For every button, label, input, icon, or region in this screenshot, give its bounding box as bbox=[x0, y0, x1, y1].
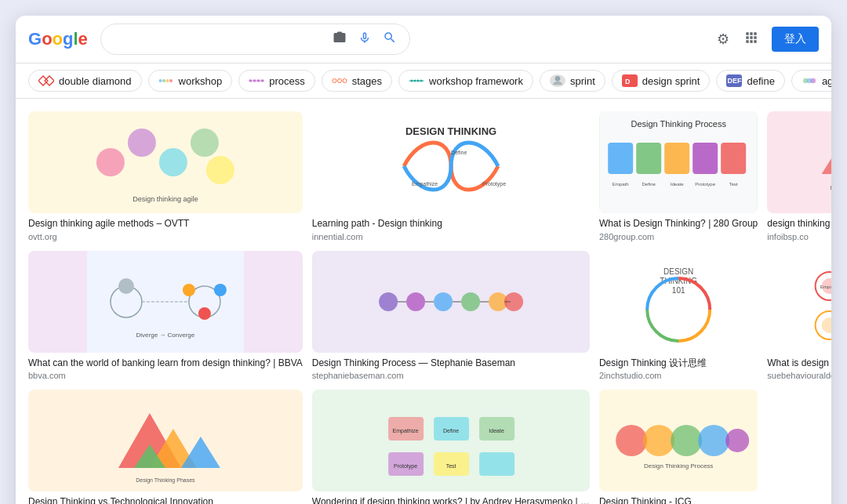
filter-chip-define[interactable]: DEF define bbox=[716, 70, 784, 92]
image-card-9[interactable]: Empathy Define Ideate What is design thi… bbox=[767, 251, 831, 381]
top-bar: Google design thinking ⚙ 登入 bbox=[16, 16, 831, 63]
svg-text:DESIGN THINKING: DESIGN THINKING bbox=[405, 125, 496, 137]
svg-rect-41 bbox=[721, 143, 746, 174]
svg-point-62 bbox=[118, 278, 134, 294]
svg-point-3 bbox=[162, 79, 165, 82]
image-caption-12: Wondering if design thinking works? | by… bbox=[312, 496, 590, 504]
svg-text:Define: Define bbox=[451, 150, 467, 155]
svg-point-65 bbox=[183, 284, 195, 296]
svg-point-17 bbox=[420, 80, 423, 82]
svg-point-124 bbox=[643, 425, 674, 456]
svg-text:101: 101 bbox=[672, 286, 685, 295]
svg-point-2 bbox=[158, 79, 162, 82]
svg-point-125 bbox=[671, 425, 702, 456]
svg-text:Design thinking agile: Design thinking agile bbox=[133, 195, 198, 203]
svg-point-16 bbox=[417, 80, 420, 82]
image-card-7[interactable]: Design Thinking Process — Stephanie Base… bbox=[312, 251, 590, 381]
google-logo: Google bbox=[28, 29, 88, 49]
image-card-8[interactable]: DESIGN THINKING 101 Design Thinking 设计思维… bbox=[599, 251, 758, 381]
svg-text:Empathy: Empathy bbox=[820, 285, 831, 289]
image-source-2: innential.com bbox=[312, 232, 590, 241]
search-input[interactable]: design thinking bbox=[112, 33, 325, 46]
filter-chip-agile[interactable]: agile bbox=[791, 70, 831, 92]
svg-text:Prototype: Prototype bbox=[695, 182, 715, 187]
svg-point-4 bbox=[165, 79, 169, 82]
mic-icon[interactable] bbox=[356, 29, 373, 49]
image-card-13[interactable]: Design Thinking Process Design Thinking … bbox=[599, 390, 758, 504]
image-card-1[interactable]: Design thinking agile Design thinking ag… bbox=[28, 111, 303, 241]
image-card-4[interactable]: We are all DESIGNERS! Empathy Define Ide… bbox=[767, 111, 831, 241]
svg-point-5 bbox=[169, 79, 173, 82]
svg-text:Design Thinking Phases: Design Thinking Phases bbox=[136, 477, 195, 484]
svg-text:Empath: Empath bbox=[613, 182, 629, 187]
image-caption-11: Design Thinking vs.Technological Innovat… bbox=[28, 496, 303, 504]
svg-marker-0 bbox=[38, 76, 48, 85]
image-caption-7: Design Thinking Process — Stephanie Base… bbox=[312, 357, 590, 370]
settings-icon[interactable]: ⚙ bbox=[715, 29, 731, 49]
filter-chip-design-sprint[interactable]: D design sprint bbox=[612, 70, 711, 92]
svg-rect-86 bbox=[798, 251, 831, 353]
filter-chip-double-diamond[interactable]: double diamond bbox=[28, 70, 142, 92]
svg-text:Diverge → Converge: Diverge → Converge bbox=[136, 332, 195, 339]
filter-chip-sprint[interactable]: sprint bbox=[540, 70, 605, 92]
image-caption-4: design thinking 中文Can – XZV bbox=[767, 218, 831, 230]
svg-text:Test: Test bbox=[445, 463, 456, 469]
svg-point-126 bbox=[698, 425, 729, 456]
top-right: ⚙ 登入 bbox=[715, 27, 819, 52]
filter-row: double diamond workshop process stages w… bbox=[16, 63, 831, 99]
svg-text:DESIGN: DESIGN bbox=[663, 267, 693, 276]
svg-text:Design Thinking Process: Design Thinking Process bbox=[644, 462, 713, 470]
image-card-3[interactable]: Design Thinking Process Empath Define Id… bbox=[599, 111, 758, 241]
camera-icon[interactable] bbox=[331, 29, 348, 49]
svg-text:Define: Define bbox=[443, 428, 459, 433]
svg-point-123 bbox=[616, 425, 647, 456]
image-caption-3: What is Design Thinking? | 280 Group bbox=[599, 218, 758, 230]
svg-rect-9 bbox=[261, 80, 264, 82]
image-caption-2: Learning path - Design thinking bbox=[312, 218, 590, 230]
image-source-9: suebehaviouraldesign.com bbox=[767, 371, 831, 380]
image-caption-1: Design thinking agile methods – OVTT bbox=[28, 218, 303, 230]
image-caption-9: What is design thinking? - SUE | Behavio… bbox=[767, 357, 831, 370]
image-card-6[interactable]: Diverge → Converge What can the world of… bbox=[28, 251, 303, 381]
apps-icon[interactable] bbox=[742, 28, 761, 51]
svg-marker-1 bbox=[45, 76, 54, 85]
svg-point-15 bbox=[414, 80, 416, 82]
svg-rect-116 bbox=[479, 452, 514, 476]
image-source-1: ovtt.org bbox=[28, 232, 303, 241]
filter-chip-workshop[interactable]: workshop bbox=[148, 70, 233, 92]
search-submit-icon[interactable] bbox=[381, 29, 398, 49]
filter-chip-workshop-framework[interactable]: workshop framework bbox=[398, 70, 533, 92]
svg-point-70 bbox=[379, 292, 398, 311]
svg-rect-37 bbox=[608, 143, 633, 174]
svg-point-14 bbox=[411, 80, 413, 82]
svg-point-12 bbox=[343, 79, 347, 83]
image-source-4: infoibsp.co bbox=[767, 232, 831, 241]
filter-chip-process[interactable]: process bbox=[238, 70, 315, 92]
svg-text:Empathize: Empathize bbox=[412, 181, 438, 187]
image-card-11[interactable]: Design Thinking Phases Design Thinking v… bbox=[28, 390, 303, 504]
image-source-3: 280group.com bbox=[599, 232, 758, 241]
browser-frame: Google design thinking ⚙ 登入 bbox=[16, 16, 831, 504]
svg-point-25 bbox=[128, 129, 156, 157]
image-source-8: 2inchstudio.com bbox=[599, 371, 758, 380]
svg-point-22 bbox=[810, 78, 815, 83]
svg-rect-40 bbox=[693, 143, 718, 174]
image-card-12[interactable]: Empathize Define Ideate Prototype Test W… bbox=[312, 390, 590, 504]
image-source-6: bbva.com bbox=[28, 371, 303, 380]
signin-button[interactable]: 登入 bbox=[772, 27, 819, 52]
svg-text:Empathize: Empathize bbox=[392, 428, 418, 434]
svg-text:Test: Test bbox=[729, 182, 738, 187]
image-caption-8: Design Thinking 设计思维 bbox=[599, 357, 758, 370]
svg-text:Empathy: Empathy bbox=[831, 185, 831, 191]
svg-text:Design Thinking Process: Design Thinking Process bbox=[631, 119, 726, 129]
svg-point-67 bbox=[214, 284, 227, 296]
svg-point-24 bbox=[96, 148, 125, 176]
svg-point-127 bbox=[725, 429, 749, 452]
svg-text:Ideate: Ideate bbox=[489, 428, 504, 433]
svg-rect-8 bbox=[257, 80, 260, 82]
image-caption-13: Design Thinking - ICG bbox=[599, 496, 758, 504]
filter-chip-stages[interactable]: stages bbox=[322, 70, 392, 92]
svg-point-18 bbox=[555, 76, 561, 82]
svg-point-72 bbox=[434, 292, 453, 311]
image-card-2[interactable]: DESIGN THINKING Empathize Define Prototy… bbox=[312, 111, 590, 241]
